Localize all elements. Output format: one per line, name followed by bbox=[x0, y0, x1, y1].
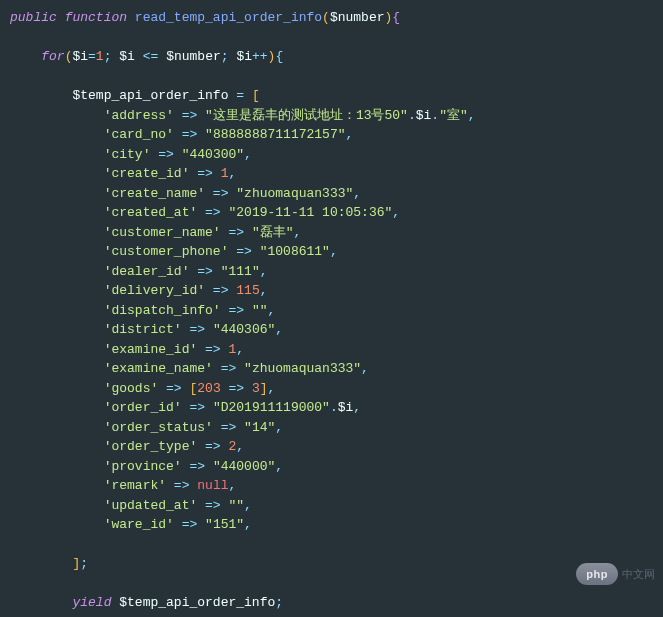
watermark-badge: php bbox=[576, 563, 618, 586]
keyword-public: public bbox=[10, 10, 57, 25]
keyword-for: for bbox=[41, 49, 64, 64]
array-var: $temp_api_order_info bbox=[72, 88, 228, 103]
code-block: public function read_temp_api_order_info… bbox=[10, 8, 653, 617]
function-name: read_temp_api_order_info bbox=[135, 10, 322, 25]
keyword-yield: yield bbox=[72, 595, 111, 610]
watermark: php 中文网 bbox=[576, 563, 655, 586]
keyword-function: function bbox=[65, 10, 127, 25]
watermark-text: 中文网 bbox=[622, 566, 655, 583]
